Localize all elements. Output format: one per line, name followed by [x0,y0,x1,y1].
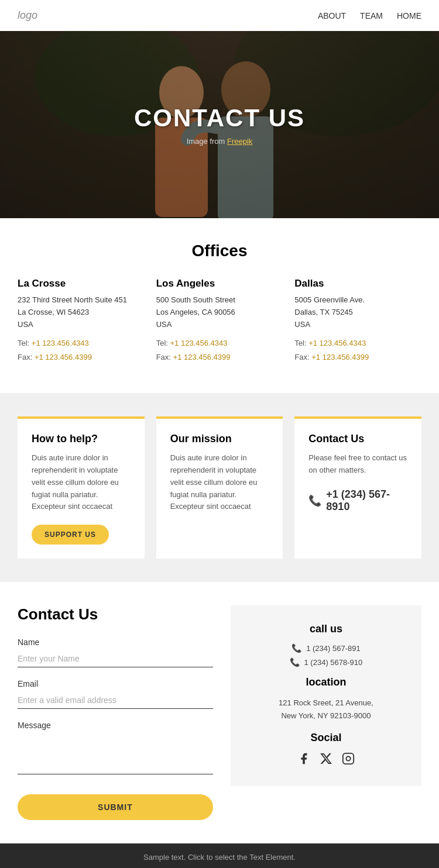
phone-item-2: 📞 1 (234) 5678-910 [245,657,407,667]
contact-form-column: Contact Us Name Email Message SUBMIT [18,605,213,820]
info-card-help-text: Duis aute irure dolor in reprehenderit i… [32,452,131,513]
social-icons [245,752,407,769]
office-losangeles-address: 500 South South StreetLos Angeles, CA 90… [156,294,283,330]
call-us-title: call us [245,623,407,635]
office-lacrosse-address: 232 Third Street North Suite 451La Cross… [18,294,145,330]
office-dallas-tel[interactable]: +1 123.456.4343 [308,339,366,347]
svg-rect-7 [343,753,354,764]
info-card-phone: 📞 +1 (234) 567-8910 [308,488,407,513]
phone-number-2: 1 (234) 5678-910 [304,658,363,667]
info-card-phone-number: +1 (234) 567-8910 [326,488,407,513]
phone-number-1: 1 (234) 567-891 [306,644,361,653]
facebook-icon[interactable] [297,752,310,769]
office-dallas-name: Dallas [294,278,421,290]
message-textarea[interactable] [18,733,213,774]
x-twitter-icon[interactable] [320,752,332,769]
support-button[interactable]: SUPPORT US [32,525,109,545]
nav-about[interactable]: ABOUT [318,11,346,20]
info-card-help: How to help? Duis aute irure dolor in re… [18,416,145,559]
offices-grid: La Crosse 232 Third Street North Suite 4… [18,278,421,364]
footer: Sample text. Click to select the Text El… [0,843,439,868]
name-input[interactable] [18,650,213,667]
offices-section: Offices La Crosse 232 Third Street North… [0,218,439,381]
contact-form-title: Contact Us [18,605,213,624]
footer-text: Sample text. Click to select the Text El… [9,853,430,862]
office-dallas-fax[interactable]: +1 123.456.4399 [311,353,369,361]
address-line2: New York, NY 92103-9000 [281,711,371,720]
submit-button[interactable]: SUBMIT [18,794,213,820]
offices-title: Offices [18,242,421,260]
office-losangeles-contact: Tel: +1 123.456.4343 Fax: +1 123.456.439… [156,336,283,364]
office-lacrosse-contact: Tel: +1 123.456.4343 Fax: +1 123.456.439… [18,336,145,364]
office-lacrosse: La Crosse 232 Third Street North Suite 4… [18,278,145,364]
office-losangeles-fax[interactable]: +1 123.456.4399 [173,353,231,361]
location-address: 121 Rock Sreet, 21 Avenue, New York, NY … [245,697,407,722]
office-dallas-address: 5005 Greenville Ave.Dallas, TX 75245USA [294,294,421,330]
hero-section: CONTACT US Image from Freepik [0,31,439,218]
name-label: Name [18,638,213,647]
nav-home[interactable]: HOME [397,11,421,20]
nav-links: ABOUT TEAM HOME [318,11,421,20]
name-form-group: Name [18,638,213,667]
email-form-group: Email [18,679,213,709]
hero-overlay: CONTACT US Image from Freepik [134,104,305,146]
hero-subtitle: Image from Freepik [134,137,305,146]
office-dallas: Dallas 5005 Greenville Ave.Dallas, TX 75… [294,278,421,364]
hero-image-credit: Image from [187,137,225,146]
nav-team[interactable]: TEAM [360,11,383,20]
office-dallas-contact: Tel: +1 123.456.4343 Fax: +1 123.456.439… [294,336,421,364]
logo: logo [18,9,37,22]
contact-info-column: call us 📞 1 (234) 567-891 📞 1 (234) 5678… [231,605,421,786]
info-card-mission-title: Our mission [170,433,269,445]
info-cards-section: How to help? Duis aute irure dolor in re… [0,393,439,582]
phone-icon: 📞 [308,494,321,507]
info-card-contact-text: Please feel free to contact us on other … [308,452,407,477]
social-title: Social [245,732,407,744]
office-lacrosse-name: La Crosse [18,278,145,290]
phone-icon-1: 📞 [291,643,301,653]
email-input[interactable] [18,692,213,709]
message-label: Message [18,721,213,730]
message-form-group: Message [18,721,213,777]
contact-section: Contact Us Name Email Message SUBMIT cal… [0,582,439,843]
navbar: logo ABOUT TEAM HOME [0,0,439,31]
hero-title: CONTACT US [134,104,305,132]
info-card-mission-text: Duis aute irure dolor in reprehenderit i… [170,452,269,513]
office-losangeles-tel[interactable]: +1 123.456.4343 [170,339,228,347]
location-title: location [245,676,407,688]
phone-item-1: 📞 1 (234) 567-891 [245,643,407,653]
office-losangeles: Los Angeles 500 South South StreetLos An… [156,278,283,364]
address-line1: 121 Rock Sreet, 21 Avenue, [279,698,373,707]
info-card-help-title: How to help? [32,433,131,445]
info-card-mission: Our mission Duis aute irure dolor in rep… [156,416,283,559]
hero-image-source[interactable]: Freepik [227,137,252,146]
email-label: Email [18,679,213,688]
info-card-contact: Contact Us Please feel free to contact u… [294,416,421,559]
office-lacrosse-fax[interactable]: +1 123.456.4399 [35,353,92,361]
office-lacrosse-tel[interactable]: +1 123.456.4343 [32,339,89,347]
office-losangeles-name: Los Angeles [156,278,283,290]
phone-icon-2: 📞 [290,657,300,667]
info-card-contact-title: Contact Us [308,433,407,445]
instagram-icon[interactable] [342,752,355,769]
info-cards-grid: How to help? Duis aute irure dolor in re… [18,416,421,559]
